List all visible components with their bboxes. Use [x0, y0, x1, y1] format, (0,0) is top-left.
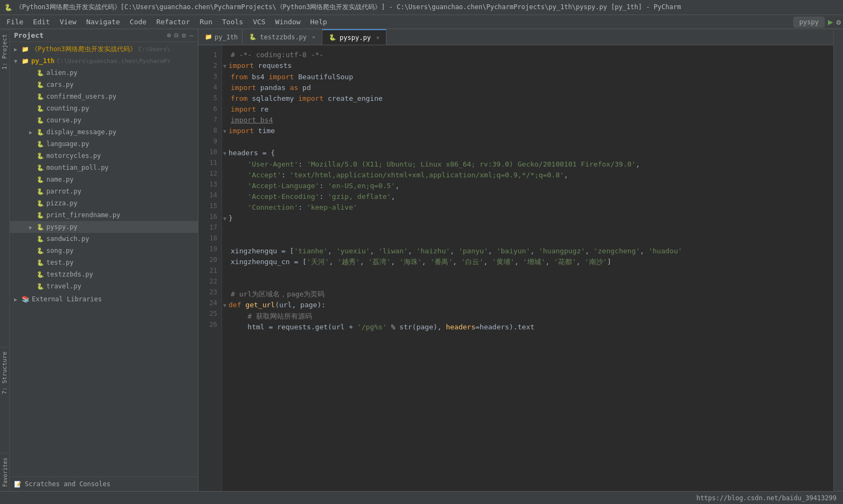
code-editor: 1 2 3 4 5 6 7 8 9 10 11 12 13 14 15 16 1 — [198, 45, 833, 491]
title-text: 《Python3网络爬虫开发实战代码》[C:\Users\guanchao.ch… — [16, 3, 681, 12]
project-indicator: 📁 — [205, 33, 212, 40]
file-confirmed[interactable]: 🐍confirmed_users.py — [10, 91, 198, 102]
sidebar-title: Project — [14, 31, 44, 39]
status-url: https://blog.csdn.net/baidu_39413299 — [696, 494, 837, 502]
close-sidebar-icon[interactable]: — — [189, 31, 194, 39]
status-bar: https://blog.csdn.net/baidu_39413299 — [0, 491, 843, 504]
collapse-icon[interactable]: ⊟ — [175, 31, 179, 39]
menu-file[interactable]: File — [2, 17, 27, 27]
file-alien[interactable]: 🐍alien.py — [10, 67, 198, 79]
file-song[interactable]: 🐍song.py — [10, 245, 198, 257]
scratches-consoles[interactable]: 📝 Scratches and Consoles — [10, 477, 198, 491]
tab-icon-testzzbds: 🐍 — [249, 33, 257, 40]
right-panel — [833, 29, 843, 491]
code-line-14: 'Accept-Encoding': 'gzip, deflate', — [231, 191, 833, 202]
code-line-17 — [231, 224, 833, 235]
file-language[interactable]: 🐍language.py — [10, 138, 198, 150]
code-line-4: import pandas as pd — [231, 82, 833, 93]
menu-help[interactable]: Help — [306, 17, 331, 27]
menu-edit[interactable]: Edit — [29, 17, 54, 27]
file-print[interactable]: 🐍print_firendname.py — [10, 209, 198, 221]
code-line-1: # -*- coding:utf-8 -*- — [231, 50, 833, 60]
settings-sidebar-icon[interactable]: ⚙ — [182, 31, 186, 39]
tab-pyspy[interactable]: 🐍 pyspy.py ✕ — [322, 29, 386, 45]
file-parrot[interactable]: 🐍parrot.py — [10, 185, 198, 197]
code-line-21 — [231, 267, 833, 278]
menu-refactor[interactable]: Refactor — [152, 17, 195, 27]
tree-root-2[interactable]: ▼ 📁 py_1th C:\Users\guanchao.chen\Pychar… — [10, 55, 198, 67]
code-line-23: # url为区域名，page为页码 — [231, 289, 833, 300]
title-bar: 🐍 《Python3网络爬虫开发实战代码》[C:\Users\guanchao.… — [0, 0, 843, 15]
file-motorcycles[interactable]: 🐍motorcycles.py — [10, 150, 198, 162]
file-pyspy[interactable]: ▶🐍pyspy.py — [10, 221, 198, 233]
code-line-11: 'User-Agent': 'Mozilla/5.0 (X11; Ubuntu;… — [231, 159, 833, 170]
file-course[interactable]: 🐍course.py — [10, 114, 198, 126]
left-panel: 1: Project 7: Structure Favorites — [0, 29, 10, 491]
code-line-26: html = requests.get(url + '/pg%s' % str(… — [231, 322, 833, 333]
code-line-6: import re — [231, 104, 833, 115]
menu-run[interactable]: Run — [196, 17, 217, 27]
editor-area: 📁 py_1th 🐍 testzzbds.py ✕ 🐍 pyspy.py ✕ — [198, 29, 833, 491]
sidebar-header: Project ⊕ ⊟ ⚙ — — [10, 29, 198, 42]
code-line-13: 'Accept-Language': 'en-US,en;q=0.5', — [231, 181, 833, 191]
app-icon: 🐍 — [4, 4, 12, 11]
menu-code[interactable]: Code — [126, 17, 151, 27]
project-tab[interactable]: 1: Project — [0, 29, 9, 74]
app: 🐍 《Python3网络爬虫开发实战代码》[C:\Users\guanchao.… — [0, 0, 843, 504]
sidebar: Project ⊕ ⊟ ⚙ — ▶ 📁 《Python3网络爬虫开发实战代码》 … — [10, 29, 198, 491]
file-mountian[interactable]: 🐍mountian_poll.py — [10, 162, 198, 174]
code-line-20: xingzhengqu_cn = ['天河', '越秀', '荔湾', '海珠'… — [231, 257, 833, 267]
tab-label-pyspy: pyspy.py — [340, 34, 371, 42]
code-line-10: ▼headers = { — [231, 148, 833, 159]
external-libraries[interactable]: ▶ 📚 External Libraries — [10, 293, 198, 305]
code-line-25: # 获取网站所有源码 — [231, 311, 833, 322]
menu-tools[interactable]: Tools — [218, 17, 247, 27]
file-sandwich[interactable]: 🐍sandwich.py — [10, 233, 198, 245]
menu-view[interactable]: View — [56, 17, 81, 27]
project-tree: ▶ 📁 《Python3网络爬虫开发实战代码》 C:\Users\ ▼ 📁 py… — [10, 42, 198, 477]
tree-root-1[interactable]: ▶ 📁 《Python3网络爬虫开发实战代码》 C:\Users\ — [10, 43, 198, 55]
code-line-22 — [231, 278, 833, 289]
code-line-8: ▼import time — [231, 126, 833, 137]
tab-label-testzzbds: testzzbds.py — [260, 33, 307, 41]
scratches-icon: 📝 — [14, 481, 22, 488]
file-display[interactable]: ▶🐍display_message.py — [10, 126, 198, 138]
tab-close-pyspy[interactable]: ✕ — [376, 34, 379, 40]
project-tab-label[interactable]: py_1th — [215, 33, 238, 41]
code-content[interactable]: # -*- coding:utf-8 -*- ▼import requests … — [222, 45, 833, 491]
tab-bar: 📁 py_1th 🐍 testzzbds.py ✕ 🐍 pyspy.py ✕ — [198, 29, 833, 45]
sidebar-bottom: 📝 Scratches and Consoles — [10, 477, 198, 491]
file-testzz[interactable]: 🐍testzzbds.py — [10, 268, 198, 280]
tab-testzzbds[interactable]: 🐍 testzzbds.py ✕ — [243, 29, 322, 45]
code-line-12: 'Accept': 'text/html,application/xhtml+x… — [231, 170, 833, 181]
settings-button[interactable]: ⚙ — [837, 18, 841, 26]
code-line-2: ▼import requests — [231, 60, 833, 72]
body-area: 1: Project 7: Structure Favorites Projec… — [0, 29, 843, 491]
file-cars[interactable]: 🐍cars.py — [10, 79, 198, 91]
menu-bar: File Edit View Navigate Code Refactor Ru… — [0, 15, 843, 29]
tab-close-testzzbds[interactable]: ✕ — [312, 34, 315, 40]
menu-navigate[interactable]: Navigate — [82, 17, 125, 27]
scratches-label: Scratches and Consoles — [25, 480, 110, 488]
code-line-18 — [231, 235, 833, 246]
file-name[interactable]: 🐍name.py — [10, 174, 198, 185]
code-line-19: xingzhengqu = ['tianhe', 'yuexiu', 'liwa… — [231, 246, 833, 257]
file-test[interactable]: 🐍test.py — [10, 257, 198, 268]
code-line-15: 'Connection': 'keep-alive' — [231, 202, 833, 213]
code-line-3: from bs4 import BeautifulSoup — [231, 72, 833, 82]
run-config-dropdown[interactable]: pyspy — [793, 17, 825, 27]
add-icon[interactable]: ⊕ — [167, 31, 171, 39]
favorites-tab[interactable]: Favorites — [0, 453, 9, 491]
code-line-5: from sqlalchemy import create_engine — [231, 93, 833, 104]
run-button[interactable]: ▶ — [828, 17, 833, 27]
line-numbers: 1 2 3 4 5 6 7 8 9 10 11 12 13 14 15 16 1 — [198, 45, 222, 491]
code-line-16: ▼} — [231, 213, 833, 224]
sidebar-header-icons: ⊕ ⊟ ⚙ — — [167, 31, 194, 39]
menu-window[interactable]: Window — [271, 17, 305, 27]
menu-vcs[interactable]: VCS — [248, 17, 270, 27]
file-travel[interactable]: 🐍travel.py — [10, 280, 198, 292]
structure-tab[interactable]: 7: Structure — [0, 347, 9, 398]
file-pizza[interactable]: 🐍pizza.py — [10, 197, 198, 209]
file-counting[interactable]: 🐍counting.py — [10, 102, 198, 114]
code-line-24: ▼def get_url(url, page): — [231, 300, 833, 311]
